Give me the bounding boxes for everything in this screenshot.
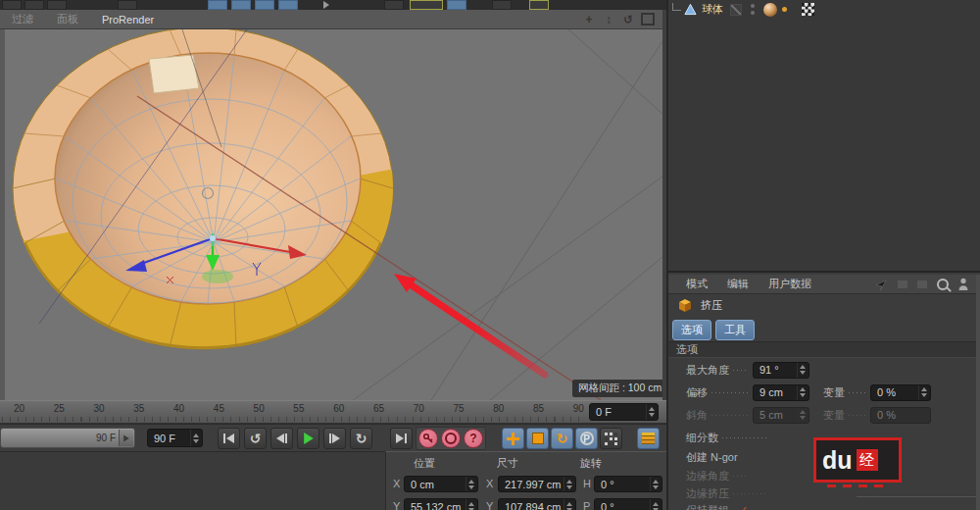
keyframe-selection-button[interactable]: ? bbox=[464, 429, 483, 448]
attr-menu-edit[interactable]: 编辑 bbox=[717, 277, 759, 291]
viewport-pan-icon[interactable]: + bbox=[582, 13, 596, 26]
axis-label: X bbox=[393, 478, 400, 489]
point-level-animation-button[interactable] bbox=[600, 428, 622, 449]
dotted-leader bbox=[722, 437, 767, 438]
cinema4d-window: 过滤 面板 ProRender + ↕ ↺ bbox=[0, 0, 980, 510]
loop-playback-icon[interactable]: ↻ bbox=[350, 428, 372, 449]
size-y-field[interactable]: 107.894 cm bbox=[498, 498, 576, 510]
offset-field[interactable]: 9 cm bbox=[753, 384, 809, 401]
field-value: 9 cm bbox=[760, 386, 797, 398]
tab-tool[interactable]: 工具 bbox=[715, 320, 755, 340]
layer-manager-button[interactable] bbox=[637, 428, 660, 449]
coords-row-y: Y 55.132 cm Y 107.894 cm P 0 ° bbox=[386, 498, 667, 510]
object-row-sphere[interactable]: 球体 bbox=[672, 2, 814, 17]
stepper[interactable] bbox=[650, 499, 661, 510]
object-name[interactable]: 球体 bbox=[702, 2, 723, 17]
record-parameter-button[interactable]: P bbox=[575, 428, 598, 449]
attr-menu-userdata[interactable]: 用户数据 bbox=[759, 277, 821, 291]
attr-scrollbar[interactable] bbox=[976, 275, 980, 510]
grid-spacing-badge: 网格间距 : 100 cm bbox=[572, 380, 662, 397]
end-frame-field[interactable]: 0 F bbox=[589, 403, 659, 421]
field-value: 0 ° bbox=[601, 479, 650, 490]
attr-label: 斜角 bbox=[686, 408, 708, 423]
stepper[interactable] bbox=[918, 385, 929, 400]
extrude-tool-icon bbox=[676, 297, 693, 313]
next-frame-button[interactable] bbox=[323, 428, 346, 449]
axis-label: Y bbox=[393, 500, 400, 510]
current-frame-field[interactable]: 90 F bbox=[147, 429, 203, 447]
attribute-tabs: 选项 工具 bbox=[672, 320, 755, 340]
toolbar-icon-primitive[interactable] bbox=[255, 0, 274, 10]
scale-box-icon bbox=[532, 433, 544, 444]
play-backward-icon[interactable]: ↺ bbox=[244, 428, 267, 449]
size-x-field[interactable]: 217.997 cm bbox=[498, 476, 576, 492]
stepper[interactable] bbox=[466, 499, 476, 510]
toolbar-icon-primitive[interactable] bbox=[231, 0, 251, 10]
position-y-field[interactable]: 55.132 cm bbox=[404, 498, 478, 510]
render-tag-icon[interactable] bbox=[730, 4, 742, 16]
toolbar-icon[interactable] bbox=[410, 0, 443, 10]
position-x-field[interactable]: 0 cm bbox=[404, 476, 478, 492]
slider-handle[interactable] bbox=[119, 430, 133, 446]
stepper[interactable] bbox=[650, 477, 661, 491]
goto-end-button[interactable] bbox=[390, 428, 413, 449]
search-icon[interactable] bbox=[937, 279, 949, 290]
timeline-range-slider[interactable]: 90 F bbox=[0, 428, 135, 448]
dotted-leader bbox=[733, 370, 748, 371]
selected-polygon[interactable] bbox=[149, 55, 199, 93]
record-position-button[interactable] bbox=[502, 428, 524, 449]
previous-frame-button[interactable] bbox=[270, 428, 293, 449]
options-section-header[interactable]: 选项 bbox=[668, 341, 980, 358]
visibility-dots-icon[interactable] bbox=[751, 4, 755, 15]
stepper[interactable] bbox=[646, 404, 657, 420]
record-scale-button[interactable] bbox=[526, 428, 549, 449]
toolbar-icon[interactable] bbox=[24, 0, 44, 10]
attr-label: 变量 bbox=[823, 385, 845, 400]
checkbox-checked-icon[interactable]: ✓ bbox=[739, 504, 748, 510]
play-forward-button[interactable] bbox=[297, 428, 319, 449]
tab-options[interactable]: 选项 bbox=[672, 320, 711, 340]
max-angle-field[interactable]: 91 ° bbox=[753, 362, 809, 379]
record-keyframe-button[interactable] bbox=[418, 429, 438, 448]
toolbar-icon[interactable] bbox=[492, 0, 512, 10]
attr-row-preserve-groups[interactable]: 保持群组 ✓ bbox=[686, 501, 748, 510]
dotted-leader bbox=[733, 493, 766, 494]
viewport-menu-panel[interactable]: 面板 bbox=[45, 12, 90, 26]
autokey-button[interactable] bbox=[441, 429, 461, 448]
attr-menu-mode[interactable]: 模式 bbox=[676, 277, 717, 291]
stepper[interactable] bbox=[797, 363, 808, 378]
viewport-zoom-icon[interactable]: ↕ bbox=[602, 13, 615, 26]
record-rotation-icon[interactable]: ↻ bbox=[551, 428, 573, 449]
variance-field[interactable]: 0 % bbox=[870, 384, 931, 401]
material-tag-icon[interactable] bbox=[763, 3, 777, 17]
stepper[interactable] bbox=[564, 499, 574, 510]
selection-tag-icon[interactable] bbox=[802, 3, 814, 16]
stepper[interactable] bbox=[190, 430, 201, 446]
rotation-p-field[interactable]: 0 ° bbox=[594, 498, 662, 510]
attr-row-create-ngons[interactable]: 创建 N-gor bbox=[686, 448, 738, 466]
3d-viewport[interactable]: 网格间距 : 100 cm bbox=[0, 29, 662, 400]
cursor-arrow-icon[interactable] bbox=[874, 278, 888, 291]
viewport-menu-prorender[interactable]: ProRender bbox=[90, 14, 166, 26]
field-value: 0 cm bbox=[411, 479, 466, 490]
viewport-scene bbox=[0, 29, 662, 400]
viewport-rotate-icon[interactable]: ↺ bbox=[621, 13, 635, 26]
toolbar-icon-primitive[interactable] bbox=[278, 0, 298, 10]
stepper[interactable] bbox=[797, 385, 808, 400]
toolbar-icon[interactable] bbox=[47, 0, 67, 10]
stepper[interactable] bbox=[564, 477, 574, 491]
toolbar-icon[interactable] bbox=[2, 0, 22, 10]
attr-row-subdivision: 细分数 bbox=[686, 429, 813, 446]
goto-start-button[interactable] bbox=[218, 428, 240, 449]
viewport-menu-filter[interactable]: 过滤 bbox=[0, 12, 45, 26]
timeline-ruler[interactable]: 2025 3035 4045 5055 6065 7075 8085 90 0 … bbox=[0, 400, 666, 424]
rotation-h-field[interactable]: 0 ° bbox=[594, 476, 662, 492]
toolbar-icon[interactable] bbox=[118, 0, 137, 10]
toolbar-icon[interactable] bbox=[447, 0, 466, 10]
viewport-toggle-icon[interactable] bbox=[641, 13, 655, 26]
coordinates-panel: 位置 尺寸 旋转 X 0 cm X 217.997 cm H 0 ° Y 55.… bbox=[385, 451, 666, 510]
toolbar-icon-primitive[interactable] bbox=[208, 0, 227, 10]
stepper[interactable] bbox=[466, 477, 476, 491]
toolbar-icon[interactable] bbox=[384, 0, 404, 10]
toolbar-icon[interactable] bbox=[529, 0, 549, 10]
